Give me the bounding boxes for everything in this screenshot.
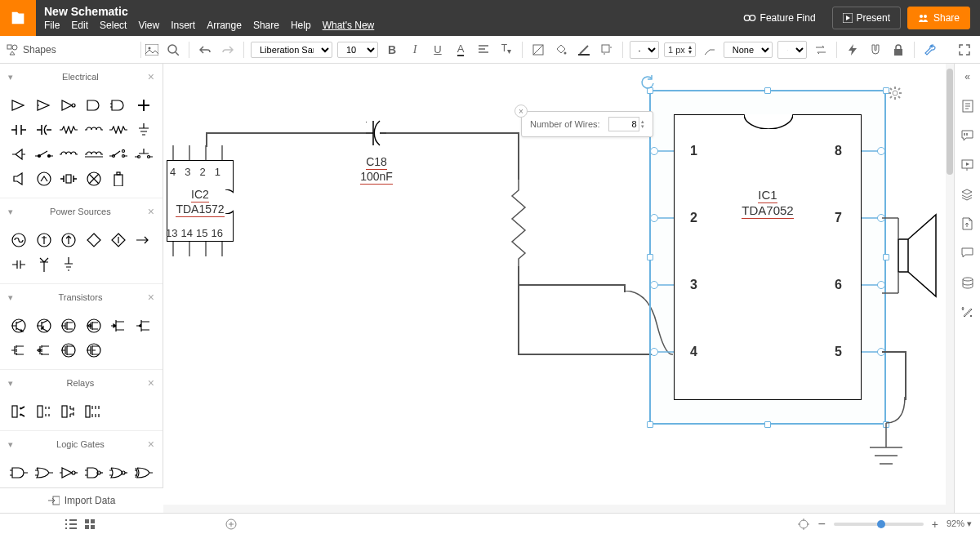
shape-plus[interactable] (133, 95, 155, 116)
shape-and[interactable] (83, 95, 105, 116)
shape-buffer2[interactable] (33, 95, 56, 116)
present-panel-icon[interactable] (960, 157, 976, 173)
menu-share[interactable]: Share (253, 20, 279, 31)
grid-view-icon[interactable] (85, 519, 95, 529)
shape-speaker[interactable] (8, 168, 30, 189)
shape-ground[interactable] (133, 119, 155, 140)
shape-gnd2[interactable] (8, 254, 30, 275)
shape-gate-nand[interactable] (83, 462, 105, 483)
capacitor-c18[interactable]: + (366, 118, 387, 149)
image-icon[interactable] (143, 41, 161, 59)
data-icon[interactable] (960, 274, 976, 291)
shape-pnp[interactable] (33, 315, 56, 336)
align-button[interactable] (474, 41, 492, 59)
add-page-button[interactable] (225, 518, 237, 530)
close-icon[interactable]: × (148, 376, 154, 389)
line-style-select[interactable]: — (630, 41, 659, 59)
category-electrical[interactable]: Electrical× (0, 64, 163, 90)
shape-coil2[interactable] (83, 144, 105, 165)
magnet-icon[interactable] (866, 41, 884, 59)
popup-close-button[interactable]: × (514, 105, 528, 118)
category-logic[interactable]: Logic Gates× (0, 431, 163, 457)
shape-relay1[interactable] (8, 401, 30, 422)
shapes-label[interactable]: Shapes (23, 44, 56, 56)
lock-icon[interactable] (889, 41, 907, 59)
menu-view[interactable]: View (138, 20, 159, 31)
zoom-in-button[interactable]: + (932, 518, 938, 531)
fill-none-icon[interactable] (529, 41, 547, 59)
shape-mosfet1[interactable] (8, 340, 30, 361)
menu-whats-new[interactable]: What's New (323, 20, 375, 31)
shape-arrow[interactable] (133, 229, 155, 251)
zoom-slider[interactable] (834, 523, 924, 526)
swap-ends-button[interactable] (812, 41, 830, 59)
close-icon[interactable]: × (148, 291, 154, 304)
shape-source-i[interactable] (58, 229, 80, 251)
menu-insert[interactable]: Insert (171, 20, 195, 31)
close-icon[interactable]: × (148, 438, 154, 451)
italic-button[interactable]: I (406, 41, 424, 59)
border-color-button[interactable] (575, 41, 593, 59)
shape-mosfet4[interactable] (83, 340, 105, 361)
document-title[interactable]: New Schematic (44, 5, 725, 18)
shape-cap-pol[interactable] (33, 119, 56, 140)
shape-resistor[interactable] (58, 119, 80, 140)
shape-npn[interactable] (8, 315, 30, 336)
feature-find-button[interactable]: Feature Find (733, 7, 826, 29)
gear-icon[interactable] (889, 87, 902, 100)
share-button[interactable]: Share (907, 7, 970, 29)
shape-jfet[interactable] (108, 315, 130, 336)
shape-pfet[interactable] (83, 315, 105, 336)
scrollbar-horizontal[interactable] (163, 505, 946, 513)
fullscreen-button[interactable] (956, 41, 973, 59)
shape-spst[interactable] (108, 144, 130, 165)
comment-icon[interactable] (960, 127, 976, 144)
bold-button[interactable]: B (383, 41, 401, 59)
redo-button[interactable] (219, 41, 237, 59)
app-logo[interactable] (0, 0, 36, 36)
layers-icon[interactable] (960, 186, 976, 202)
shape-mosfet3[interactable] (58, 340, 80, 361)
shape-crystal[interactable] (58, 168, 80, 189)
category-power[interactable]: Power Sources× (0, 198, 163, 225)
shape-meter[interactable] (33, 168, 56, 189)
undo-button[interactable] (196, 41, 214, 59)
magic-icon[interactable] (960, 304, 976, 320)
shape-mosfet2[interactable] (33, 340, 56, 361)
shape-resistor2[interactable] (108, 119, 130, 140)
text-options-button[interactable]: T▾ (497, 41, 515, 59)
category-transistors[interactable]: Transistors× (0, 284, 163, 310)
shape-coil[interactable] (58, 144, 80, 165)
shape-gate-or[interactable] (33, 462, 56, 483)
close-icon[interactable]: × (148, 70, 154, 83)
list-view-icon[interactable] (65, 519, 77, 529)
arrow-start-select[interactable]: None (724, 42, 773, 58)
shape-source-dep2[interactable] (108, 229, 130, 251)
fill-color-button[interactable] (552, 41, 570, 59)
shape-source-ac[interactable] (8, 229, 30, 251)
close-icon[interactable]: × (148, 205, 154, 218)
shape-gnd3[interactable] (58, 254, 80, 275)
scrollbar-vertical[interactable] (946, 64, 954, 513)
shape-relay2[interactable] (33, 401, 56, 422)
shape-options-button[interactable] (598, 41, 616, 59)
menu-select[interactable]: Select (100, 20, 127, 31)
notes-icon[interactable] (960, 98, 976, 114)
line-path-button[interactable] (701, 41, 719, 59)
search-icon[interactable] (164, 41, 182, 59)
shape-inductor[interactable] (83, 119, 105, 140)
chat-icon[interactable] (960, 245, 976, 261)
shape-jfet2[interactable] (133, 315, 155, 336)
font-family-select[interactable]: Liberation Sans (251, 42, 332, 58)
shape-cap[interactable] (8, 119, 30, 140)
shape-switch[interactable] (33, 144, 56, 165)
menu-help[interactable]: Help (291, 20, 311, 31)
arrow-end-select[interactable]: → (777, 41, 807, 59)
shape-pushbutton[interactable] (133, 144, 155, 165)
shape-diode[interactable] (8, 144, 30, 165)
shape-gate-and[interactable] (8, 462, 30, 483)
font-size-select[interactable]: 10 pt (337, 42, 378, 58)
present-button[interactable]: Present (832, 7, 901, 29)
line-width-input[interactable]: 1 px▴▾ (664, 42, 696, 57)
shape-vcc[interactable] (33, 254, 56, 275)
